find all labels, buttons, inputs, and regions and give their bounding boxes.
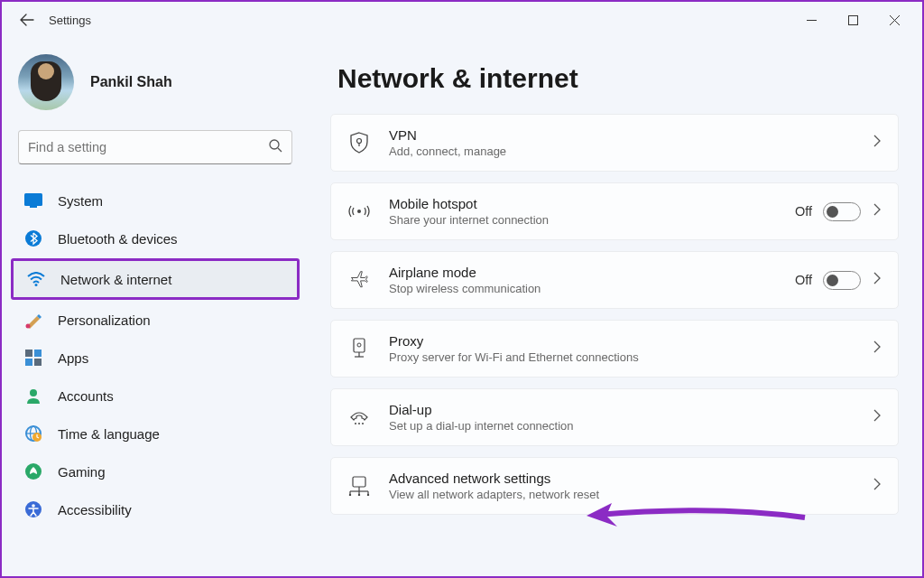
advanced-network-icon xyxy=(347,474,371,498)
hotspot-icon xyxy=(347,200,371,223)
sidebar-item-label: Accessibility xyxy=(58,502,132,517)
svg-rect-26 xyxy=(354,339,365,352)
back-arrow-icon xyxy=(20,13,34,27)
svg-point-22 xyxy=(32,504,35,508)
svg-rect-13 xyxy=(25,359,32,366)
search-input[interactable] xyxy=(28,140,268,154)
profile-section[interactable]: Pankil Shah xyxy=(11,45,300,126)
svg-line-5 xyxy=(278,148,282,152)
card-dialup[interactable]: Dial-up Set up a dial-up internet connec… xyxy=(330,388,899,446)
sidebar-item-apps[interactable]: Apps xyxy=(11,340,300,376)
svg-rect-12 xyxy=(34,350,42,357)
app-title: Settings xyxy=(49,14,91,27)
personalization-icon xyxy=(23,311,43,329)
card-subtitle: Proxy server for Wi-Fi and Ethernet conn… xyxy=(389,350,873,364)
chevron-right-icon xyxy=(873,203,882,219)
sidebar-item-label: Accounts xyxy=(58,388,114,404)
svg-point-25 xyxy=(357,210,361,213)
svg-rect-1 xyxy=(848,15,857,24)
card-title: VPN xyxy=(389,127,873,143)
sidebar-item-personalization[interactable]: Personalization xyxy=(11,302,300,338)
svg-rect-7 xyxy=(30,206,37,208)
user-name: Pankil Shah xyxy=(90,74,172,90)
svg-rect-33 xyxy=(353,477,365,487)
dialup-icon xyxy=(347,406,371,429)
sidebar-item-label: Apps xyxy=(58,350,88,366)
card-airplane-mode[interactable]: Airplane mode Stop wireless communicatio… xyxy=(330,251,899,309)
settings-card-list: VPN Add, connect, manage Mobile hotspot … xyxy=(330,114,899,515)
sidebar-item-gaming[interactable]: Gaming xyxy=(11,453,300,489)
svg-point-15 xyxy=(30,389,37,396)
close-icon xyxy=(890,15,900,25)
svg-point-40 xyxy=(358,494,360,496)
search-box[interactable] xyxy=(18,130,292,164)
card-title: Airplane mode xyxy=(389,265,795,280)
svg-rect-14 xyxy=(34,359,42,366)
accounts-icon xyxy=(23,387,43,405)
card-subtitle: Stop wireless communication xyxy=(389,282,795,295)
card-subtitle: Set up a dial-up internet connection xyxy=(389,419,873,433)
page-title: Network & internet xyxy=(337,63,899,94)
toggle-switch[interactable] xyxy=(823,271,861,290)
card-vpn[interactable]: VPN Add, connect, manage xyxy=(330,114,899,172)
svg-rect-6 xyxy=(24,193,42,206)
airplane-icon xyxy=(347,268,371,292)
sidebar-item-label: Personalization xyxy=(58,312,151,328)
minimize-icon xyxy=(807,15,817,25)
close-button[interactable] xyxy=(873,5,915,34)
card-subtitle: Share your internet connection xyxy=(389,213,795,227)
sidebar: Pankil Shah System Bluetooth & devices xyxy=(2,38,309,576)
sidebar-item-network[interactable]: Network & internet xyxy=(14,261,297,297)
sidebar-item-accessibility[interactable]: Accessibility xyxy=(11,491,300,527)
vpn-icon xyxy=(347,131,371,154)
chevron-right-icon xyxy=(873,135,882,151)
card-mobile-hotspot[interactable]: Mobile hotspot Share your internet conne… xyxy=(330,182,899,240)
nav-list: System Bluetooth & devices Network & int… xyxy=(11,182,300,527)
toggle-switch[interactable] xyxy=(823,202,861,221)
sidebar-item-label: System xyxy=(58,193,103,209)
svg-point-39 xyxy=(349,494,351,496)
sidebar-item-label: Network & internet xyxy=(60,272,171,287)
bluetooth-icon xyxy=(23,229,43,247)
svg-point-10 xyxy=(26,324,31,329)
sidebar-item-label: Bluetooth & devices xyxy=(58,231,178,247)
svg-point-31 xyxy=(358,423,360,424)
accessibility-icon xyxy=(23,500,43,518)
sidebar-item-label: Gaming xyxy=(58,464,106,480)
svg-point-9 xyxy=(35,284,38,286)
card-advanced-network[interactable]: Advanced network settings View all netwo… xyxy=(330,457,899,515)
back-button[interactable] xyxy=(16,9,38,31)
svg-point-41 xyxy=(367,494,369,496)
card-proxy[interactable]: Proxy Proxy server for Wi-Fi and Etherne… xyxy=(330,320,899,378)
svg-point-4 xyxy=(270,140,279,149)
sidebar-item-accounts[interactable]: Accounts xyxy=(11,378,300,414)
svg-point-23 xyxy=(357,139,362,144)
sidebar-item-bluetooth[interactable]: Bluetooth & devices xyxy=(11,220,300,256)
toggle-status: Off xyxy=(795,204,812,219)
svg-point-27 xyxy=(357,343,361,347)
sidebar-item-label: Time & language xyxy=(58,426,160,442)
titlebar: Settings xyxy=(2,2,922,38)
gaming-icon xyxy=(23,462,43,480)
apps-icon xyxy=(23,349,43,367)
wifi-icon xyxy=(26,270,46,288)
card-subtitle: View all network adapters, network reset xyxy=(389,488,873,501)
time-language-icon xyxy=(23,424,43,443)
card-title: Advanced network settings xyxy=(389,471,873,486)
svg-point-32 xyxy=(362,423,364,424)
card-subtitle: Add, connect, manage xyxy=(389,144,873,158)
window-controls xyxy=(790,5,915,34)
chevron-right-icon xyxy=(873,478,882,494)
sidebar-item-time-language[interactable]: Time & language xyxy=(11,415,300,452)
sidebar-item-system[interactable]: System xyxy=(11,182,300,219)
card-title: Mobile hotspot xyxy=(389,196,795,211)
system-icon xyxy=(23,191,43,210)
card-title: Proxy xyxy=(389,333,873,349)
avatar xyxy=(18,54,74,110)
chevron-right-icon xyxy=(873,340,882,357)
svg-rect-11 xyxy=(25,350,32,357)
maximize-button[interactable] xyxy=(832,5,873,34)
minimize-button[interactable] xyxy=(790,5,832,34)
toggle-status: Off xyxy=(795,273,812,287)
maximize-icon xyxy=(848,15,858,25)
